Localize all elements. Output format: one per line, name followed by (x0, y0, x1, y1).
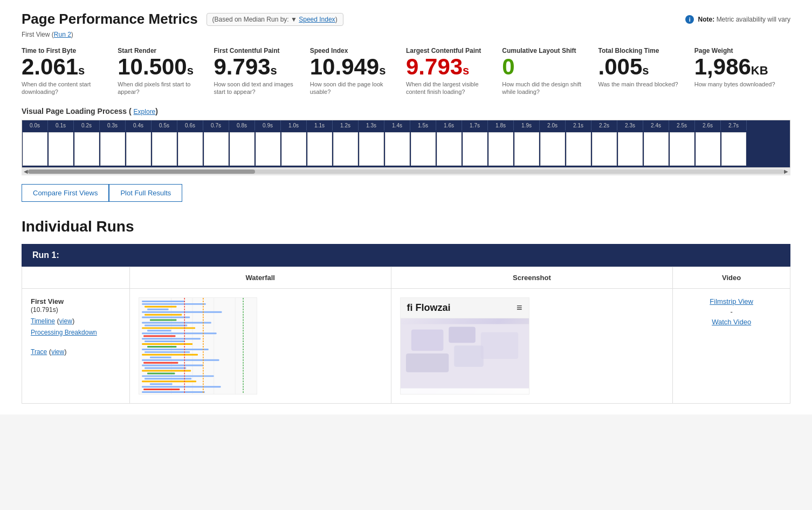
compare-first-views-button[interactable]: Compare First Views (22, 184, 109, 202)
filmstrip-frame-0[interactable] (23, 132, 47, 166)
filmstrip-frame-14[interactable] (385, 132, 410, 166)
timeline-link[interactable]: Timeline (31, 317, 55, 325)
speed-index-link[interactable]: Speed Index (299, 16, 335, 23)
filmstrip-timestamp-27: 2.7s (721, 120, 747, 131)
filmstrip-timestamp-0: 0.0s (22, 120, 48, 131)
site-logo: fi Flowzai (407, 302, 451, 314)
metric-pw-value: 1,986KB (694, 56, 782, 78)
scroll-right-icon[interactable]: ▶ (784, 168, 788, 174)
svg-rect-26 (150, 356, 171, 358)
filmstrip-timestamp-26: 2.6s (695, 120, 721, 131)
filmstrip-timestamp-19: 1.9s (514, 120, 540, 131)
trace-link[interactable]: Trace (31, 348, 47, 356)
scroll-left-icon[interactable]: ◀ (24, 168, 28, 174)
filmstrip-frame-1[interactable] (49, 132, 73, 166)
metric-cls-value: 0 (502, 56, 589, 78)
run1-header: Run 1: (22, 244, 790, 267)
first-view-cell: First View (10.791s) Timeline (view) Pro… (31, 297, 121, 356)
filmstrip-frame-3[interactable] (100, 132, 125, 166)
svg-rect-39 (142, 391, 205, 393)
col-waterfall: Waterfall (130, 267, 391, 288)
filmstrip-frame-16[interactable] (437, 132, 462, 166)
filmstrip-frame-12[interactable] (333, 132, 358, 166)
filmstrip-frame-26[interactable] (696, 132, 720, 166)
filmstrip-frame-5[interactable] (152, 132, 177, 166)
filmstrip-timestamp-21: 2.1s (566, 120, 591, 131)
filmstrip-timestamp-17: 1.7s (462, 120, 488, 131)
svg-rect-48 (454, 345, 484, 367)
filmstrip-frame-23[interactable] (618, 132, 643, 166)
metric-cls: Cumulative Layout Shift 0 How much did t… (502, 47, 598, 96)
metric-tbt-label: Total Blocking Time (598, 47, 686, 55)
filmstrip-timestamp-10: 1.0s (281, 120, 307, 131)
filmstrip-frame-21[interactable] (566, 132, 591, 166)
metric-sr-label: Start Render (118, 47, 205, 55)
first-view-label: First View (Run 2) (22, 31, 790, 38)
filmstrip-timestamp-4: 0.4s (126, 120, 152, 131)
filmstrip-frame-19[interactable] (514, 132, 539, 166)
filmstrip-frame-11[interactable] (307, 132, 332, 166)
explore-link[interactable]: Explore (134, 108, 156, 115)
metric-fcp-desc: How soon did text and images start to ap… (214, 80, 301, 96)
filmstrip-frame-27[interactable] (721, 132, 746, 166)
filmstrip-frame-22[interactable] (592, 132, 617, 166)
svg-rect-44 (411, 329, 443, 351)
filmstrip-frame-20[interactable] (540, 132, 565, 166)
runs-table: Waterfall Screenshot Video First View (1… (22, 267, 790, 404)
svg-rect-14 (144, 324, 187, 326)
watch-video-link[interactable]: Watch Video (682, 318, 781, 326)
svg-rect-20 (144, 341, 184, 342)
run1-screenshot-cell: fi Flowzai ≡ (391, 288, 673, 403)
waterfall-thumbnail[interactable] (139, 297, 257, 395)
screenshot-content: ☐ Hi - Welcome To Flowzai Meet All Our W… (401, 318, 529, 394)
filmstrip-frame-18[interactable] (488, 132, 513, 166)
filmstrip-frame-8[interactable] (230, 132, 254, 166)
filmstrip-frame-17[interactable] (463, 132, 487, 166)
metric-si-desc: How soon did the page look usable? (310, 80, 397, 96)
screenshot-thumbnail[interactable]: fi Flowzai ≡ (400, 297, 529, 395)
svg-rect-6 (142, 303, 206, 304)
filmstrip-frame-4[interactable] (126, 132, 151, 166)
filmstrip-timestamp-7: 0.7s (203, 120, 229, 131)
filmstrip-frame-24[interactable] (644, 132, 669, 166)
video-separator: - (682, 308, 781, 316)
scrollbar-thumb[interactable] (28, 169, 255, 174)
filmstrip-frame-6[interactable] (178, 132, 203, 166)
first-view-time: (10.791s) (31, 306, 58, 314)
timeline-row: Timeline (view) (31, 317, 121, 325)
filmstrip-frame-9[interactable] (256, 132, 280, 166)
svg-rect-9 (142, 311, 222, 312)
filmstrip-frame-13[interactable] (359, 132, 384, 166)
filmstrip-frame-2[interactable] (74, 132, 99, 166)
filmstrip-frame-25[interactable] (670, 132, 694, 166)
filmstrip-scrollbar[interactable]: ◀ ▶ (22, 168, 790, 175)
filmstrip-timestamp-24: 2.4s (643, 120, 669, 131)
filmstrip-frame-10[interactable] (281, 132, 306, 166)
metric-ttfb-desc: When did the content start downloading? (22, 80, 109, 96)
filmstrip-frame-15[interactable] (411, 132, 436, 166)
filmstrip-frame-7[interactable] (204, 132, 229, 166)
hamburger-icon: ≡ (517, 302, 522, 314)
metric-lcp: Largest Contentful Paint 9.793s When did… (406, 47, 502, 96)
info-icon: i (685, 15, 694, 24)
filmstrip-timestamp-5: 0.5s (152, 120, 177, 131)
filmstrip-view-link[interactable]: Filmstrip View (682, 297, 781, 305)
svg-rect-5 (142, 301, 184, 302)
svg-rect-35 (142, 380, 196, 382)
svg-rect-13 (142, 322, 211, 323)
scrollbar-track[interactable] (28, 169, 784, 174)
filmstrip-timestamp-16: 1.6s (436, 120, 462, 131)
filmstrip-timestamp-6: 0.6s (177, 120, 203, 131)
svg-rect-32 (147, 372, 175, 374)
svg-rect-28 (143, 362, 178, 363)
filmstrip-timestamp-20: 2.0s (540, 120, 566, 131)
trace-view-link[interactable]: view (51, 348, 64, 356)
waterfall-chart (139, 298, 257, 394)
timeline-view-link[interactable]: view (59, 317, 72, 325)
plot-full-results-button[interactable]: Plot Full Results (109, 184, 182, 202)
processing-breakdown-link[interactable]: Processing Breakdown (31, 329, 97, 336)
filmstrip-timestamp-3: 0.3s (100, 120, 126, 131)
run1-info-cell: First View (10.791s) Timeline (view) Pro… (22, 288, 130, 403)
metric-fcp: First Contentful Paint 9.793s How soon d… (214, 47, 310, 96)
run2-link[interactable]: Run 2 (54, 31, 71, 38)
